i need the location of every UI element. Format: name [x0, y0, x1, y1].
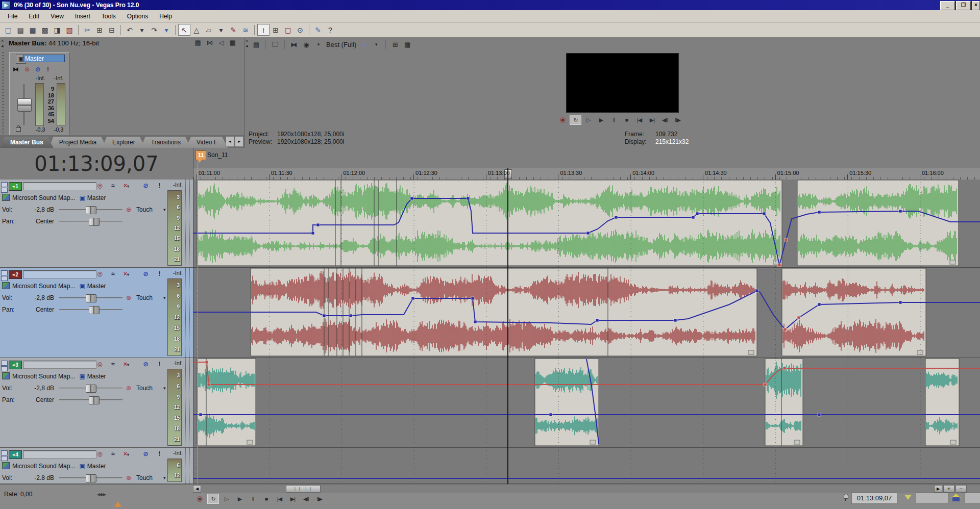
selection-start-box[interactable] — [916, 493, 948, 504]
dock-grip[interactable] — [2, 51, 4, 145]
tab-explorer[interactable]: Explorer — [102, 137, 145, 148]
group-events-tool-icon[interactable]: ⊞ — [270, 24, 282, 36]
project-properties-icon[interactable]: ▧ — [63, 24, 76, 36]
envelope-node[interactable] — [323, 314, 326, 317]
volume-slider[interactable] — [59, 477, 122, 478]
pan-slider-thumb[interactable] — [89, 218, 100, 226]
pause-button[interactable]: ‖ — [608, 115, 620, 125]
play-from-start-button[interactable]: ▷ — [220, 494, 232, 504]
scrollbar-thumb[interactable]: ❘❘ ❘❘ — [286, 485, 321, 493]
go-to-end-button[interactable]: ▶| — [287, 494, 299, 504]
track-header-2[interactable]: ◂2 ◎ ≈ ×▾ ⊘ ! -Inf. 36912151821 Microsof… — [0, 268, 193, 358]
bus-assign-icon[interactable]: ▣ — [79, 463, 85, 470]
save-snapshot-icon[interactable]: ▦ — [403, 41, 412, 48]
dim-output-icon[interactable]: ◁ — [219, 39, 224, 46]
next-frame-button[interactable]: ‖▶ — [672, 115, 683, 125]
redo-icon[interactable]: ↷ — [148, 24, 160, 36]
play-button[interactable]: ▶ — [234, 494, 246, 504]
envelope-node[interactable] — [586, 232, 590, 235]
automation-settings-icon[interactable]: ⊛ — [126, 294, 131, 301]
automation-settings-icon[interactable]: ⊛ — [126, 385, 131, 392]
master-fader[interactable] — [17, 98, 32, 112]
track-minimize-button[interactable] — [1, 450, 8, 455]
automation-dropdown[interactable]: ▾ — [163, 475, 166, 480]
arm-record-button[interactable]: ◎ — [95, 182, 105, 190]
undo-icon[interactable]: ↶ — [124, 24, 136, 36]
copy-icon[interactable]: ⊞ — [93, 24, 106, 36]
solo-icon[interactable]: ! — [44, 66, 52, 73]
track-fx-button[interactable]: ×▾ — [121, 182, 131, 190]
envelope-node[interactable] — [797, 316, 800, 319]
envelope-node[interactable] — [474, 320, 477, 323]
auto-ripple-icon[interactable]: ≋ — [239, 24, 252, 36]
envelope-node[interactable] — [596, 319, 599, 322]
preview-quality-icon[interactable]: ◉ — [302, 41, 311, 48]
keyframe-pin-icon[interactable] — [843, 494, 848, 501]
rate-slider-track[interactable] — [46, 495, 171, 495]
track-header-3[interactable]: ◂3 ◎ ≈ ×▾ ⊘ ! -Inf. 36912151821 Microsof… — [0, 358, 193, 448]
bus-assign-icon[interactable]: ▣ — [79, 194, 85, 201]
selection-end-box[interactable] — [965, 493, 980, 504]
track-lane-2[interactable] — [193, 268, 980, 358]
master-name-field[interactable]: Master — [23, 55, 65, 62]
bus-assign-icon[interactable]: ▣ — [79, 373, 85, 380]
envelope-node[interactable] — [785, 238, 788, 241]
envelope-node[interactable] — [674, 319, 677, 322]
automation-settings-icon[interactable]: ⊛ — [126, 206, 131, 213]
video-output-fx-icon[interactable]: ⧓ — [289, 41, 299, 48]
volume-slider-thumb[interactable] — [86, 206, 96, 214]
marker-bar[interactable]: 11 Son_11 — [193, 148, 980, 168]
envelope-node[interactable] — [764, 383, 767, 386]
envelope-node[interactable] — [755, 289, 758, 292]
pan-slider[interactable] — [59, 221, 122, 222]
insert-fx-icon[interactable]: ⧓ — [12, 66, 20, 73]
record-folder-icon[interactable] — [951, 494, 961, 501]
track-maximize-button[interactable] — [1, 366, 8, 371]
pan-slider[interactable] — [59, 309, 122, 310]
menu-tools[interactable]: Tools — [96, 11, 121, 21]
save-project-as-icon[interactable]: ▩ — [39, 24, 51, 36]
pan-slider-thumb[interactable] — [89, 396, 100, 404]
menu-view[interactable]: View — [45, 11, 69, 21]
automation-mode[interactable]: Touch — [136, 385, 153, 392]
track-lane-canvas[interactable] — [193, 448, 980, 483]
envelope-node[interactable] — [696, 212, 699, 215]
pen-tool-icon[interactable]: ✎ — [312, 24, 324, 36]
zoom-in-button[interactable]: + — [943, 485, 954, 493]
envelope-node[interactable] — [899, 301, 902, 304]
restore-button[interactable]: ❐ — [956, 1, 971, 10]
automation-mode[interactable]: Touch — [136, 474, 153, 481]
track-fx-button[interactable]: ×▾ — [121, 450, 131, 459]
track-fx-button[interactable]: ×▾ — [121, 360, 131, 369]
vol-value[interactable]: -2,8 dB — [18, 206, 54, 213]
whats-this-help-icon[interactable]: ? — [324, 24, 336, 36]
tab-transitions[interactable]: Transitions — [141, 137, 191, 148]
previous-frame-button[interactable]: ◀‖ — [300, 494, 312, 504]
loop-playback-button[interactable]: ↻ — [570, 115, 581, 125]
downmix-output-icon[interactable]: ⋈ — [207, 39, 213, 46]
stop-button[interactable]: ■ — [621, 115, 632, 125]
automation-dropdown[interactable]: ▾ — [163, 207, 166, 212]
mute-button[interactable]: ⊘ — [141, 270, 151, 278]
track-lane-canvas[interactable] — [193, 358, 980, 447]
bus-name[interactable]: Master — [87, 283, 106, 290]
arm-record-button[interactable]: ◎ — [95, 270, 105, 278]
track-envelope-button[interactable]: ≈ — [108, 360, 118, 369]
envelope-node[interactable] — [205, 361, 208, 364]
bus-name[interactable]: Master — [87, 463, 106, 470]
previous-frame-button[interactable]: ◀‖ — [659, 115, 671, 125]
external-monitor-icon[interactable]: 🖵 — [271, 40, 280, 48]
track-maximize-button[interactable] — [1, 188, 8, 193]
tabs-scroll-left[interactable]: ◂ — [226, 136, 234, 147]
bus-properties-icon[interactable]: ▦ — [230, 39, 236, 46]
bus-name[interactable]: Master — [87, 373, 106, 380]
tab-video-f[interactable]: Video F — [186, 137, 228, 148]
go-to-start-button[interactable]: |◀ — [633, 115, 645, 125]
track-header-1[interactable]: ◂1 ◎ ≈ ×▾ ⊘ ! -Inf. 36912151821 Microsof… — [0, 180, 193, 268]
edit-details-icon[interactable]: ▤ — [252, 41, 261, 48]
envelope-node[interactable] — [783, 367, 786, 370]
volume-slider[interactable] — [59, 209, 122, 210]
track-minimize-button[interactable] — [1, 270, 8, 275]
overlay-grid-icon[interactable]: # — [359, 41, 369, 48]
audio-event[interactable] — [925, 359, 959, 446]
